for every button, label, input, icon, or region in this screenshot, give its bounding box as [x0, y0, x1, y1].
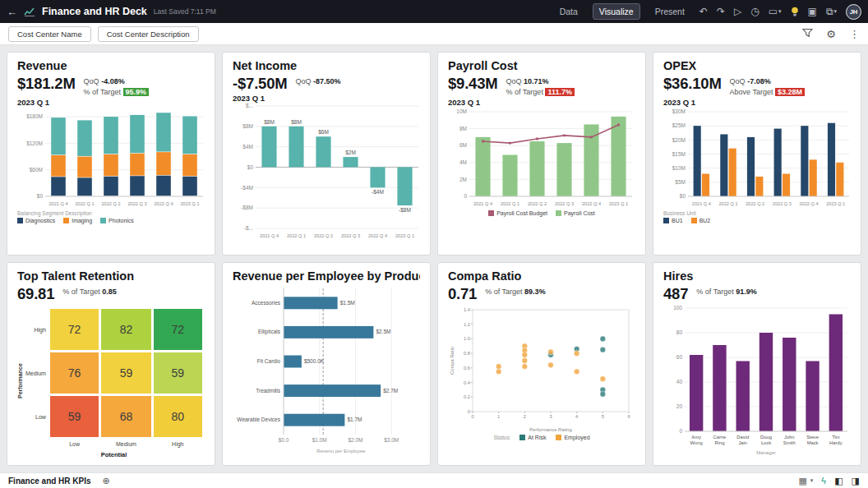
card-net-income[interactable]: Net Income -$7.50M QoQ -87.50% 2023 Q 1 … [222, 52, 431, 256]
svg-text:$180M: $180M [26, 113, 43, 119]
chevron-down-icon: ▾ [778, 8, 782, 15]
topbar: ← Finance and HR Deck Last Saved 7:11 PM… [0, 0, 868, 23]
filter-cost-center-name[interactable]: Cost Center Name [8, 26, 91, 42]
kebab-menu-icon[interactable]: ⋮ [849, 28, 860, 40]
dashboard-canvas: Revenue $181.2M QoQ -4.08% % of Target 9… [0, 45, 868, 472]
card-compa-ratio[interactable]: Compa Ratio 0.71 % of Target 89.3% 00.20… [437, 262, 646, 466]
svg-text:$8M: $8M [242, 123, 253, 129]
swatch [519, 435, 525, 440]
svg-text:2022 Q 2: 2022 Q 2 [101, 201, 120, 206]
svg-text:10M: 10M [456, 108, 467, 114]
redo-icon[interactable]: ↷ [717, 6, 725, 17]
play-icon[interactable]: ▷ [734, 6, 741, 17]
back-icon[interactable]: ← [7, 6, 17, 18]
svg-text:0.8: 0.8 [464, 351, 470, 356]
panel-layout-icon[interactable]: ◧ [834, 476, 843, 486]
qoq-stat: QoQ -87.50% [295, 76, 340, 87]
legend-item: Payroll Cost Budget [488, 210, 547, 216]
compa-ratio-chart[interactable]: 00.20.40.60.81.01.21.40123456Compa Ratio… [448, 303, 635, 433]
swatch [488, 210, 494, 216]
kpi-value: 0.71 [448, 285, 477, 303]
legend-item: Employed [556, 435, 589, 440]
net-income-chart[interactable]: $...$8M$4M$0-$4M-$8M-$...$8M$8M$6M$2M-$4… [233, 103, 420, 241]
panel-layout-alt-icon[interactable]: ◨ [852, 476, 860, 486]
svg-text:40: 40 [676, 379, 683, 384]
svg-text:$8M: $8M [264, 119, 275, 125]
svg-text:2022 Q 2: 2022 Q 2 [528, 201, 547, 206]
add-page-icon[interactable]: ⊕ [103, 476, 110, 486]
kpi-value: $181.2M [17, 75, 76, 93]
svg-text:$...: $... [246, 103, 253, 108]
svg-text:3: 3 [549, 414, 552, 419]
workbook-title[interactable]: Finance and HR Deck [42, 6, 147, 17]
settings-gear-icon[interactable]: ⚙ [826, 28, 836, 40]
svg-text:Revenu per Employee: Revenu per Employee [316, 449, 366, 453]
svg-text:Performance Rating: Performance Rating [529, 427, 572, 432]
svg-text:60: 60 [676, 354, 683, 360]
page-tab-finance-hr-kpis[interactable]: Finance and HR KPIs [8, 476, 91, 486]
svg-text:$0: $0 [37, 193, 44, 199]
chevron-down-icon[interactable]: ▾ [810, 477, 814, 484]
tab-data[interactable]: Data [554, 4, 584, 19]
copy-icon[interactable]: ⧉▾ [826, 6, 837, 17]
svg-text:Carrie: Carrie [713, 435, 727, 440]
svg-text:Treadmills: Treadmills [256, 388, 280, 394]
svg-text:2022 Q 4: 2022 Q 4 [799, 201, 818, 206]
grid-view-icon[interactable]: ▦ [798, 476, 806, 486]
svg-text:2022 Q 4: 2022 Q 4 [154, 201, 173, 206]
kpi-block: 0.71 % of Target 89.3% [448, 285, 635, 303]
snapshot-icon[interactable]: ▣ [808, 6, 817, 17]
refresh-lightning-icon[interactable]: ϟ [821, 476, 826, 486]
card-title: Revenue [17, 59, 205, 72]
svg-text:2023 Q 1: 2023 Q 1 [395, 233, 414, 238]
display-icon[interactable]: ▭▾ [769, 6, 782, 17]
target-stat: % of Target 95.9% [84, 87, 149, 98]
card-title: Revenue per Employee by Product [233, 269, 420, 283]
payroll-cost-chart[interactable]: 02M4M6M8M10M2021 Q 42022 Q 12022 Q 22022… [448, 107, 635, 209]
svg-text:Wearable Devices: Wearable Devices [237, 417, 280, 422]
revenue-chart[interactable]: $0$60M$120M$180M2021 Q 42022 Q 12022 Q 2… [17, 107, 205, 209]
undo-icon[interactable]: ↶ [699, 6, 708, 17]
revenue-per-employee-chart[interactable]: $0.0$1.0M$2.0M$3.0MAccessories$1.5MEllip… [233, 285, 420, 454]
tab-visualize[interactable]: Visualize [593, 3, 640, 20]
svg-text:-$8M: -$8M [399, 207, 411, 213]
hires-chart[interactable]: 020406080100AmyWongCarrieRingDavidJainDo… [663, 303, 851, 456]
svg-text:$2.7M: $2.7M [383, 388, 398, 394]
chevron-down-icon: ▾ [833, 8, 837, 15]
target-stat: % of Target 111.7% [506, 87, 575, 98]
card-hires[interactable]: Hires 487 % of Target 91.9% 020406080100… [653, 262, 861, 466]
svg-text:David: David [736, 435, 749, 440]
svg-text:$60M: $60M [30, 167, 43, 173]
talent-heatmap[interactable]: PerformanceHigh728272Medium765959Low5968… [17, 303, 205, 456]
filter-cost-center-description[interactable]: Cost Center Description [98, 26, 199, 42]
card-revenue[interactable]: Revenue $181.2M QoQ -4.08% % of Target 9… [7, 52, 215, 256]
schedule-icon[interactable]: ◷ [750, 6, 759, 17]
card-top-talent-retention[interactable]: Top Talent Retention 69.81 % of Target 0… [7, 262, 215, 466]
tab-present[interactable]: Present [649, 4, 690, 19]
period-label: 2023 Q 1 [448, 98, 635, 107]
filter-funnel-icon[interactable] [802, 28, 813, 40]
card-opex[interactable]: OPEX $36.10M QoQ -7.08% Above Target $3.… [653, 52, 861, 256]
svg-text:2021 Q 4: 2021 Q 4 [48, 201, 67, 206]
card-revenue-per-employee[interactable]: Revenue per Employee by Product $0.0$1.0… [222, 262, 431, 466]
target-stat: Above Target $3.28M [730, 87, 805, 98]
kpi-block: -$7.50M QoQ -87.50% [233, 75, 420, 93]
svg-text:Steve: Steve [806, 435, 819, 440]
svg-text:$500.0K: $500.0K [304, 358, 325, 364]
kpi-value: $36.10M [663, 75, 722, 93]
opex-chart[interactable]: $0$5M$10M$15M$20M$25M$30M2021 Q 42022 Q … [663, 107, 851, 209]
lightbulb-icon[interactable] [791, 7, 799, 17]
status-badge: 95.9% [123, 88, 150, 96]
card-payroll-cost[interactable]: Payroll Cost $9.43M QoQ 10.71% % of Targ… [437, 52, 646, 256]
svg-text:2021 Q 4: 2021 Q 4 [692, 201, 711, 206]
svg-text:Fit Cardio: Fit Cardio [257, 358, 281, 364]
svg-text:Ring: Ring [714, 440, 724, 445]
svg-text:1.4: 1.4 [464, 307, 471, 312]
qoq-stat: QoQ -7.08% [730, 76, 805, 87]
svg-text:$25M: $25M [672, 123, 686, 129]
avatar[interactable]: JH [846, 4, 861, 20]
svg-text:$4M: $4M [242, 144, 253, 150]
swatch [17, 218, 23, 223]
filter-toolbar: Cost Center Name Cost Center Description… [0, 23, 868, 45]
svg-text:4: 4 [575, 414, 579, 419]
